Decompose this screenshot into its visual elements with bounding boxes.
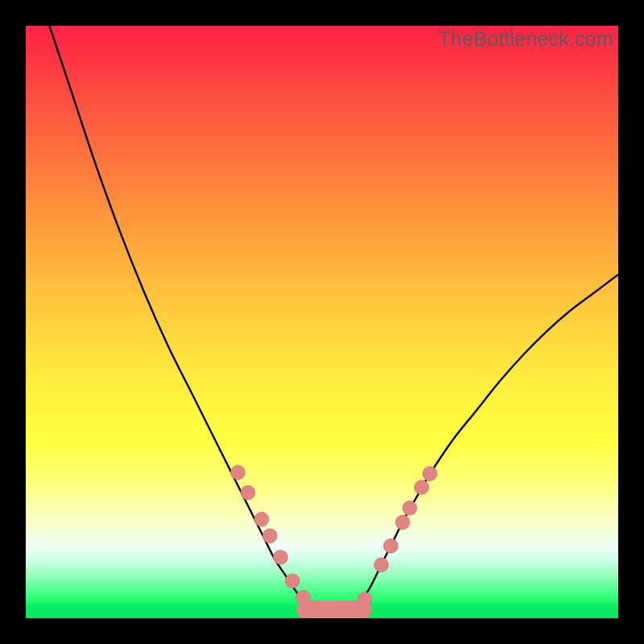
data-bead bbox=[395, 515, 410, 530]
data-bead bbox=[423, 466, 437, 481]
data-bead bbox=[374, 558, 389, 572]
data-bead bbox=[273, 550, 287, 564]
v-curve-path bbox=[49, 26, 618, 612]
data-bead bbox=[402, 501, 417, 515]
data-bead bbox=[415, 480, 429, 494]
data-bead bbox=[262, 529, 277, 543]
data-bead bbox=[230, 465, 245, 480]
data-bead bbox=[241, 485, 255, 500]
plot-area: TheBottleneck.com bbox=[26, 26, 618, 618]
data-bead bbox=[254, 512, 269, 526]
chart-frame: TheBottleneck.com bbox=[0, 0, 644, 644]
data-bead bbox=[285, 574, 299, 588]
bottleneck-curve bbox=[26, 26, 618, 618]
data-bead bbox=[383, 539, 398, 553]
